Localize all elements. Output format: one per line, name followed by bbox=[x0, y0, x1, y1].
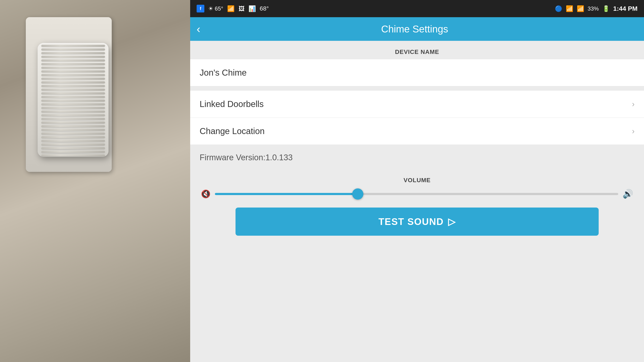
chevron-right-icon: › bbox=[632, 100, 634, 109]
back-button[interactable]: ‹ bbox=[196, 24, 200, 34]
volume-row: 🔇 🔊 bbox=[199, 189, 636, 199]
ring-chime-device: ring bbox=[38, 43, 108, 157]
facebook-icon: f bbox=[196, 5, 204, 12]
temperature-display: ☀ 65° bbox=[208, 5, 223, 12]
wifi-icon: 📶 bbox=[227, 5, 235, 12]
grill-line bbox=[41, 118, 105, 120]
battery-icon: 🔋 bbox=[602, 5, 610, 12]
grill-line bbox=[41, 85, 105, 87]
grill-line bbox=[41, 122, 105, 124]
grill-line bbox=[41, 59, 105, 62]
change-location-item[interactable]: Change Location › bbox=[190, 118, 644, 145]
status-right: 🔵 📶 📶 33% 🔋 1:44 PM bbox=[555, 5, 638, 12]
app-content: DEVICE NAME Linked Doorbells › Change Lo… bbox=[190, 41, 644, 362]
grill-line bbox=[41, 129, 105, 131]
temp-value: 65° bbox=[215, 5, 223, 12]
grill-line bbox=[41, 81, 105, 83]
grill-line bbox=[41, 140, 105, 142]
grill-line bbox=[41, 114, 105, 116]
linked-doorbells-item[interactable]: Linked Doorbells › bbox=[190, 91, 644, 118]
grill-line bbox=[41, 48, 105, 50]
grill-line bbox=[41, 63, 105, 65]
weather-temp: 68° bbox=[260, 5, 269, 12]
battery-percentage: 33% bbox=[588, 5, 599, 12]
volume-section: VOLUME 🔇 🔊 bbox=[190, 170, 644, 199]
grill-line bbox=[41, 56, 105, 58]
chime-grills bbox=[41, 43, 105, 157]
grill-line bbox=[41, 66, 105, 69]
grill-line bbox=[41, 100, 105, 102]
device-name-input[interactable] bbox=[200, 68, 634, 78]
status-bar: f ☀ 65° 📶 🖼 📊 68° 🔵 📶 📶 33% 🔋 1:44 PM bbox=[190, 0, 644, 17]
image-icon: 🖼 bbox=[238, 5, 244, 12]
grill-line bbox=[41, 143, 105, 146]
volume-low-icon: 🔇 bbox=[201, 190, 210, 198]
grill-line bbox=[41, 74, 105, 76]
play-icon: ▷ bbox=[448, 216, 456, 227]
grill-line bbox=[41, 147, 105, 149]
time-display: 1:44 PM bbox=[613, 5, 638, 12]
grill-line bbox=[41, 150, 105, 153]
grill-line bbox=[41, 92, 105, 94]
test-sound-label: TEST SOUND bbox=[378, 216, 444, 227]
grill-line bbox=[41, 78, 105, 80]
grill-line bbox=[41, 136, 105, 138]
volume-slider[interactable] bbox=[215, 193, 618, 195]
grill-line bbox=[41, 52, 105, 54]
grill-line bbox=[41, 132, 105, 134]
grill-line bbox=[41, 103, 105, 105]
chevron-right-icon-2: › bbox=[632, 127, 634, 136]
grill-line bbox=[41, 125, 105, 127]
grill-line bbox=[41, 70, 105, 72]
app-panel: f ☀ 65° 📶 🖼 📊 68° 🔵 📶 📶 33% 🔋 1:44 PM ‹ … bbox=[190, 0, 644, 362]
grill-line bbox=[41, 45, 105, 47]
firmware-version: Firmware Version:1.0.133 bbox=[200, 153, 293, 162]
photo-panel: ring bbox=[0, 0, 190, 362]
test-sound-button[interactable]: TEST SOUND ▷ bbox=[236, 208, 599, 236]
grill-line bbox=[41, 110, 105, 112]
sun-icon: ☀ bbox=[208, 5, 213, 12]
grill-line bbox=[41, 88, 105, 91]
grill-line bbox=[41, 96, 105, 98]
device-name-section-label: DEVICE NAME bbox=[190, 41, 644, 59]
change-location-label: Change Location bbox=[200, 126, 264, 136]
volume-high-icon: 🔊 bbox=[622, 189, 633, 199]
chart-icon: 📊 bbox=[248, 5, 256, 12]
linked-doorbells-label: Linked Doorbells bbox=[200, 99, 264, 109]
volume-label: VOLUME bbox=[199, 177, 636, 184]
app-header: ‹ Chime Settings bbox=[190, 17, 644, 41]
grill-line bbox=[41, 154, 105, 156]
bluetooth-icon: 🔵 bbox=[555, 5, 562, 12]
firmware-item: Firmware Version:1.0.133 bbox=[190, 145, 644, 170]
signal-bars-icon: 📶 bbox=[577, 5, 584, 12]
device-name-field[interactable] bbox=[190, 59, 644, 86]
page-title: Chime Settings bbox=[204, 23, 625, 35]
signal-wifi-icon: 📶 bbox=[566, 5, 573, 12]
grill-line bbox=[41, 107, 105, 109]
